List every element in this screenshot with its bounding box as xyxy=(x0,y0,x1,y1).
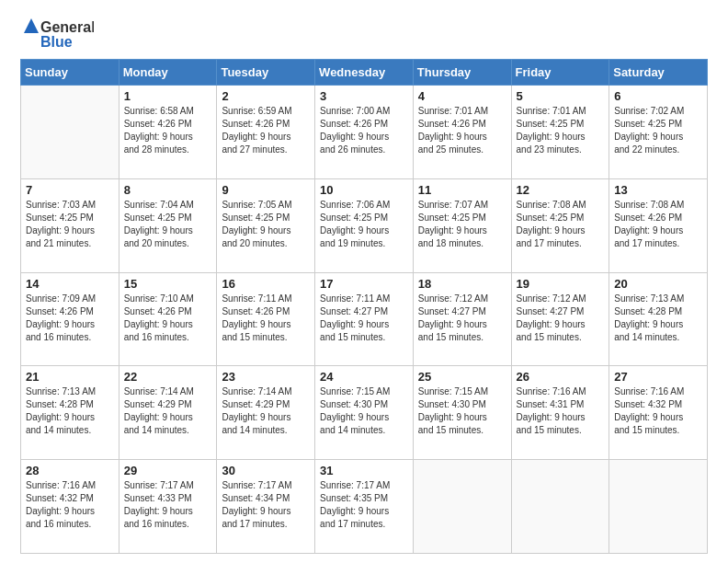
calendar-cell: 4Sunrise: 7:01 AMSunset: 4:26 PMDaylight… xyxy=(413,86,511,179)
day-number: 7 xyxy=(26,183,114,197)
day-number: 3 xyxy=(320,89,408,103)
day-info: Sunrise: 7:15 AMSunset: 4:30 PMDaylight:… xyxy=(320,385,408,437)
day-number: 16 xyxy=(222,277,310,291)
calendar-cell xyxy=(511,460,609,554)
calendar-cell: 17Sunrise: 7:11 AMSunset: 4:27 PMDayligh… xyxy=(315,272,414,366)
day-info: Sunrise: 7:08 AMSunset: 4:26 PMDaylight:… xyxy=(614,199,702,250)
logo-svg: GeneralBlue xyxy=(20,17,94,52)
calendar-cell: 20Sunrise: 7:13 AMSunset: 4:28 PMDayligh… xyxy=(609,272,708,366)
day-info: Sunrise: 7:11 AMSunset: 4:27 PMDaylight:… xyxy=(320,293,408,344)
calendar-cell: 11Sunrise: 7:07 AMSunset: 4:25 PMDayligh… xyxy=(413,178,511,272)
day-number: 30 xyxy=(222,464,310,477)
day-info: Sunrise: 7:17 AMSunset: 4:34 PMDaylight:… xyxy=(222,479,310,531)
calendar-week-row: 21Sunrise: 7:13 AMSunset: 4:28 PMDayligh… xyxy=(21,366,708,460)
calendar-cell: 30Sunrise: 7:17 AMSunset: 4:34 PMDayligh… xyxy=(217,460,315,554)
calendar-cell: 15Sunrise: 7:10 AMSunset: 4:26 PMDayligh… xyxy=(119,272,217,366)
day-info: Sunrise: 7:12 AMSunset: 4:27 PMDaylight:… xyxy=(517,293,605,344)
day-info: Sunrise: 7:01 AMSunset: 4:25 PMDaylight:… xyxy=(517,105,605,156)
day-info: Sunrise: 7:17 AMSunset: 4:33 PMDaylight:… xyxy=(124,479,212,531)
page: GeneralBlue SundayMondayTuesdayWednesday… xyxy=(0,0,728,563)
calendar-cell: 14Sunrise: 7:09 AMSunset: 4:26 PMDayligh… xyxy=(21,272,119,366)
calendar-cell: 9Sunrise: 7:05 AMSunset: 4:25 PMDaylight… xyxy=(217,178,315,272)
day-info: Sunrise: 7:08 AMSunset: 4:25 PMDaylight:… xyxy=(517,199,605,250)
calendar-cell: 3Sunrise: 7:00 AMSunset: 4:26 PMDaylight… xyxy=(315,86,414,179)
calendar-cell: 24Sunrise: 7:15 AMSunset: 4:30 PMDayligh… xyxy=(315,366,414,460)
day-number: 12 xyxy=(517,183,605,197)
day-number: 5 xyxy=(517,89,605,103)
calendar-cell: 29Sunrise: 7:17 AMSunset: 4:33 PMDayligh… xyxy=(119,460,217,554)
calendar-cell: 7Sunrise: 7:03 AMSunset: 4:25 PMDaylight… xyxy=(21,178,119,272)
day-number: 19 xyxy=(517,277,605,291)
calendar-week-row: 28Sunrise: 7:16 AMSunset: 4:32 PMDayligh… xyxy=(21,460,708,554)
calendar-cell: 2Sunrise: 6:59 AMSunset: 4:26 PMDaylight… xyxy=(217,86,315,179)
day-info: Sunrise: 7:13 AMSunset: 4:28 PMDaylight:… xyxy=(26,385,114,437)
day-info: Sunrise: 7:00 AMSunset: 4:26 PMDaylight:… xyxy=(320,105,408,156)
day-info: Sunrise: 7:15 AMSunset: 4:30 PMDaylight:… xyxy=(418,385,506,437)
day-info: Sunrise: 7:11 AMSunset: 4:26 PMDaylight:… xyxy=(222,293,310,344)
calendar-week-row: 14Sunrise: 7:09 AMSunset: 4:26 PMDayligh… xyxy=(21,272,708,366)
day-number: 23 xyxy=(222,370,310,384)
day-number: 15 xyxy=(124,277,212,291)
day-number: 17 xyxy=(320,277,408,291)
day-info: Sunrise: 7:16 AMSunset: 4:32 PMDaylight:… xyxy=(26,479,114,531)
calendar-cell xyxy=(609,460,708,554)
day-number: 1 xyxy=(124,89,212,103)
calendar-cell: 8Sunrise: 7:04 AMSunset: 4:25 PMDaylight… xyxy=(119,178,217,272)
day-header-monday: Monday xyxy=(119,60,217,86)
calendar-cell: 13Sunrise: 7:08 AMSunset: 4:26 PMDayligh… xyxy=(609,178,708,272)
calendar-cell: 25Sunrise: 7:15 AMSunset: 4:30 PMDayligh… xyxy=(413,366,511,460)
calendar-week-row: 7Sunrise: 7:03 AMSunset: 4:25 PMDaylight… xyxy=(21,178,708,272)
day-info: Sunrise: 7:10 AMSunset: 4:26 PMDaylight:… xyxy=(124,293,212,344)
day-number: 18 xyxy=(418,277,506,291)
day-info: Sunrise: 6:58 AMSunset: 4:26 PMDaylight:… xyxy=(124,105,212,156)
day-info: Sunrise: 7:14 AMSunset: 4:29 PMDaylight:… xyxy=(222,385,310,437)
day-number: 25 xyxy=(418,370,506,384)
day-header-friday: Friday xyxy=(511,60,609,86)
day-info: Sunrise: 7:16 AMSunset: 4:31 PMDaylight:… xyxy=(517,385,605,437)
day-info: Sunrise: 7:07 AMSunset: 4:25 PMDaylight:… xyxy=(418,199,506,250)
day-number: 11 xyxy=(418,183,506,197)
day-info: Sunrise: 7:12 AMSunset: 4:27 PMDaylight:… xyxy=(418,293,506,344)
day-info: Sunrise: 7:03 AMSunset: 4:25 PMDaylight:… xyxy=(26,199,114,250)
day-number: 4 xyxy=(418,89,506,103)
day-number: 6 xyxy=(614,89,702,103)
day-number: 14 xyxy=(26,277,114,291)
day-header-tuesday: Tuesday xyxy=(217,60,315,86)
calendar-cell: 26Sunrise: 7:16 AMSunset: 4:31 PMDayligh… xyxy=(511,366,609,460)
day-info: Sunrise: 7:16 AMSunset: 4:32 PMDaylight:… xyxy=(614,385,702,437)
calendar-cell: 28Sunrise: 7:16 AMSunset: 4:32 PMDayligh… xyxy=(21,460,119,554)
day-number: 22 xyxy=(124,370,212,384)
day-info: Sunrise: 7:17 AMSunset: 4:35 PMDaylight:… xyxy=(320,479,408,531)
calendar-cell: 18Sunrise: 7:12 AMSunset: 4:27 PMDayligh… xyxy=(413,272,511,366)
calendar-cell: 22Sunrise: 7:14 AMSunset: 4:29 PMDayligh… xyxy=(119,366,217,460)
calendar-cell: 31Sunrise: 7:17 AMSunset: 4:35 PMDayligh… xyxy=(315,460,414,554)
calendar-cell: 12Sunrise: 7:08 AMSunset: 4:25 PMDayligh… xyxy=(511,178,609,272)
day-header-wednesday: Wednesday xyxy=(315,60,414,86)
day-info: Sunrise: 7:01 AMSunset: 4:26 PMDaylight:… xyxy=(418,105,506,156)
day-number: 28 xyxy=(26,464,114,477)
day-number: 8 xyxy=(124,183,212,197)
calendar-cell: 5Sunrise: 7:01 AMSunset: 4:25 PMDaylight… xyxy=(511,86,609,179)
day-header-sunday: Sunday xyxy=(21,60,119,86)
svg-text:General: General xyxy=(40,19,94,35)
day-info: Sunrise: 7:06 AMSunset: 4:25 PMDaylight:… xyxy=(320,199,408,250)
calendar-cell: 10Sunrise: 7:06 AMSunset: 4:25 PMDayligh… xyxy=(315,178,414,272)
logo: GeneralBlue xyxy=(20,17,94,52)
day-info: Sunrise: 6:59 AMSunset: 4:26 PMDaylight:… xyxy=(222,105,310,156)
calendar-cell: 6Sunrise: 7:02 AMSunset: 4:25 PMDaylight… xyxy=(609,86,708,179)
day-number: 26 xyxy=(517,370,605,384)
day-number: 31 xyxy=(320,464,408,477)
day-header-saturday: Saturday xyxy=(609,60,708,86)
day-number: 20 xyxy=(614,277,702,291)
calendar-header-row: SundayMondayTuesdayWednesdayThursdayFrid… xyxy=(21,60,708,86)
day-number: 2 xyxy=(222,89,310,103)
day-number: 21 xyxy=(26,370,114,384)
calendar-cell xyxy=(21,86,119,179)
day-number: 10 xyxy=(320,183,408,197)
calendar-cell: 16Sunrise: 7:11 AMSunset: 4:26 PMDayligh… xyxy=(217,272,315,366)
day-info: Sunrise: 7:14 AMSunset: 4:29 PMDaylight:… xyxy=(124,385,212,437)
calendar-cell: 21Sunrise: 7:13 AMSunset: 4:28 PMDayligh… xyxy=(21,366,119,460)
day-info: Sunrise: 7:05 AMSunset: 4:25 PMDaylight:… xyxy=(222,199,310,250)
svg-text:Blue: Blue xyxy=(40,34,73,50)
day-info: Sunrise: 7:13 AMSunset: 4:28 PMDaylight:… xyxy=(614,293,702,344)
